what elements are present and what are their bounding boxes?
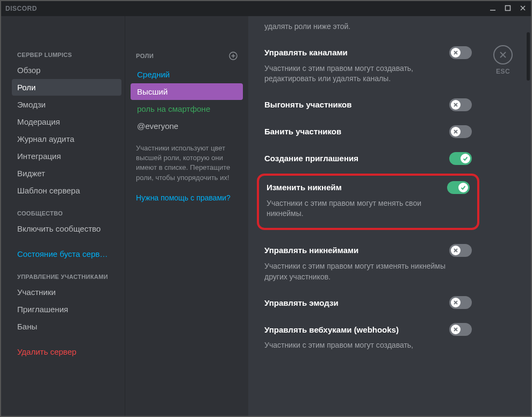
role-item[interactable]: Высший [131,83,243,100]
scrollbar[interactable] [527,16,530,415]
permission-title: Изменить никнейм [267,183,342,192]
sidebar-item-integrations[interactable]: Интеграция [12,148,121,164]
close-settings-button[interactable] [493,45,513,64]
x-icon [451,48,461,57]
svg-rect-1 [506,6,511,11]
sidebar-item-roles[interactable]: Роли [12,79,121,96]
permission-toggle[interactable] [449,125,472,138]
permission-toggle[interactable] [449,98,472,111]
x-icon [451,246,461,255]
roles-help-text: Участники используют цвет высшей роли, к… [131,135,243,191]
role-item[interactable]: @everyone [131,118,243,134]
scrollbar-thumb[interactable] [527,32,530,81]
sidebar-item-moderation[interactable]: Модерация [12,113,121,130]
sidebar-item-audit-log[interactable]: Журнал аудита [12,131,121,147]
permission-title: Создание приглашения [264,154,358,163]
permission-description: Участники с этим правом могут создавать, [264,340,447,351]
minimize-icon[interactable] [489,4,497,12]
settings-sidebar: СЕРВЕР LUMPICS Обзор Роли Эмодзи Модерац… [1,16,125,416]
role-item[interactable]: роль на смартфоне [131,100,243,117]
permission-row: Создание приглашения [264,152,472,165]
sidebar-item-template[interactable]: Шаблон сервера [12,182,121,199]
permission-description: Участники с этим правом могут менять сво… [267,198,449,219]
esc-label: ESC [493,68,513,75]
x-icon [451,325,461,334]
sidebar-item-bans[interactable]: Баны [12,318,121,335]
sidebar-item-members[interactable]: Участники [12,284,121,300]
perm-desc-fragment: удалять роли ниже этой. [264,21,472,32]
permission-row: Выгонять участников [264,98,472,111]
permission-row: Управлять каналамиУчастники с этим право… [264,46,472,84]
permission-title: Выгонять участников [264,100,351,109]
sidebar-item-widget[interactable]: Виджет [12,165,121,182]
sidebar-item-delete-server[interactable]: Удалить сервер [12,343,121,360]
permission-toggle[interactable] [449,152,472,165]
x-icon [451,298,461,307]
role-item[interactable]: Средний [131,66,243,83]
user-mgmt-section-header: УПРАВЛЕНИЕ УЧАСТНИКАМИ [12,270,121,283]
permission-description: Участники с этим правом могут изменять н… [264,261,447,282]
permission-toggle[interactable] [449,296,472,309]
check-icon [461,154,470,163]
app-title: DISCORD [5,5,37,12]
close-icon[interactable] [519,4,527,12]
sidebar-item-invites[interactable]: Приглашения [12,301,121,318]
x-icon [451,127,461,136]
permission-toggle[interactable] [449,323,472,336]
permission-toggle[interactable] [449,46,472,59]
community-section-header: СООБЩЕСТВО [12,207,121,220]
roles-header: РОЛИ [136,53,154,59]
permission-row: Управлять никнеймамиУчастники с этим пра… [264,244,472,282]
add-role-icon[interactable] [229,52,238,60]
roles-column: РОЛИ СреднийВысшийроль на смартфоне@ever… [125,16,248,416]
permission-title: Управлять каналами [264,48,348,57]
permission-description: Участники с этим правом могут создавать,… [264,63,447,84]
permission-title: Банить участников [264,127,341,136]
x-icon [451,100,461,110]
permission-row: Банить участников [264,125,472,138]
server-section-header: СЕРВЕР LUMPICS [12,48,121,61]
permission-toggle[interactable] [449,244,472,257]
permission-row: Управлять эмодзи [264,296,472,309]
permission-toggle[interactable] [447,181,470,194]
sidebar-item-emoji[interactable]: Эмодзи [12,96,121,113]
check-icon [458,183,468,192]
sidebar-item-boost-status[interactable]: Состояние буста серв… [12,246,121,262]
permission-row: Управлять вебхуками (webhooks)Участники … [264,323,472,351]
maximize-icon[interactable] [504,4,512,12]
sidebar-item-overview[interactable]: Обзор [12,62,121,78]
permission-title: Управлять вебхуками (webhooks) [264,325,399,334]
permission-row: Изменить никнеймУчастники с этим правом … [257,174,479,230]
permission-title: Управлять эмодзи [264,298,339,307]
sidebar-item-enable-community[interactable]: Включить сообщество [12,220,121,237]
permissions-column: удалять роли ниже этой. Управлять канала… [248,16,531,416]
roles-help-link[interactable]: Нужна помощь с правами? [131,191,243,204]
permission-title: Управлять никнеймами [264,246,358,255]
